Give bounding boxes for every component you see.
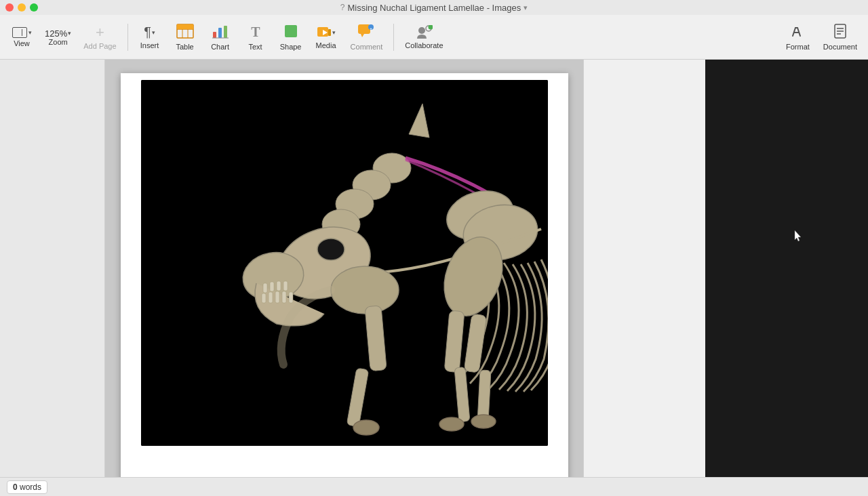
far-right-panel bbox=[705, 60, 868, 477]
add-page-label: Add Page bbox=[83, 43, 116, 50]
view-button[interactable]: ▾ View bbox=[5, 24, 38, 50]
svg-rect-39 bbox=[270, 282, 274, 291]
media-icon bbox=[317, 25, 332, 40]
shape-button[interactable]: Shape bbox=[275, 21, 307, 54]
page bbox=[121, 73, 568, 477]
insert-button[interactable]: ¶ ▾ Insert bbox=[134, 22, 166, 52]
table-button[interactable]: Table bbox=[169, 21, 201, 54]
format-label: Format bbox=[786, 43, 810, 51]
view-label: View bbox=[14, 40, 30, 47]
svg-rect-14 bbox=[358, 24, 370, 34]
document-area[interactable] bbox=[105, 60, 583, 477]
svg-rect-4 bbox=[177, 24, 193, 29]
cursor bbox=[793, 229, 802, 243]
table-label: Table bbox=[176, 43, 193, 51]
separator-2 bbox=[393, 24, 394, 51]
svg-text:+: + bbox=[370, 26, 373, 30]
svg-rect-35 bbox=[275, 291, 279, 303]
comment-button[interactable]: + Comment bbox=[345, 21, 389, 54]
svg-rect-13 bbox=[328, 29, 331, 36]
svg-point-49 bbox=[439, 417, 464, 431]
comment-icon: + bbox=[357, 24, 375, 39]
title-chevron: ▾ bbox=[524, 3, 528, 12]
svg-rect-40 bbox=[277, 281, 281, 291]
svg-rect-41 bbox=[283, 281, 288, 291]
zoom-label: Zoom bbox=[49, 39, 68, 46]
word-count-number: 0 bbox=[13, 482, 18, 492]
chart-label: Chart bbox=[211, 43, 229, 51]
right-toolbar-group: Format Document bbox=[781, 21, 863, 54]
text-icon: T bbox=[248, 24, 263, 39]
svg-rect-36 bbox=[282, 291, 286, 303]
svg-rect-48 bbox=[454, 367, 470, 422]
window-controls[interactable] bbox=[5, 3, 38, 12]
media-label: Media bbox=[316, 42, 336, 49]
svg-rect-38 bbox=[263, 283, 267, 293]
svg-point-18 bbox=[418, 27, 425, 34]
title-bar: ? Missing Nuchal Ligament Lamellae - Ima… bbox=[0, 0, 868, 15]
format-icon bbox=[790, 24, 805, 39]
media-button[interactable]: ▾ Media bbox=[310, 22, 342, 52]
collaborate-icon bbox=[415, 25, 433, 40]
format-button[interactable]: Format bbox=[781, 21, 815, 54]
document-button[interactable]: Document bbox=[818, 21, 863, 54]
sidebar-left bbox=[0, 60, 105, 477]
window-title: ? Missing Nuchal Ligament Lamellae - Ima… bbox=[340, 3, 528, 13]
minimize-button[interactable] bbox=[18, 3, 26, 12]
svg-point-20 bbox=[429, 25, 433, 30]
word-count-label: words bbox=[20, 482, 41, 492]
chart-icon bbox=[212, 24, 229, 39]
document-icon bbox=[833, 24, 848, 39]
svg-rect-37 bbox=[289, 292, 293, 303]
shape-label: Shape bbox=[280, 43, 302, 51]
svg-rect-34 bbox=[269, 292, 273, 303]
svg-point-42 bbox=[317, 239, 344, 260]
horse-image-container bbox=[141, 80, 548, 446]
maximize-button[interactable] bbox=[30, 3, 38, 12]
svg-text:T: T bbox=[251, 24, 260, 39]
shape-icon bbox=[283, 24, 298, 39]
svg-rect-55 bbox=[347, 368, 368, 427]
separator-1 bbox=[127, 24, 128, 51]
text-label: Text bbox=[248, 43, 262, 51]
unsaved-icon: ? bbox=[340, 3, 345, 12]
main-area bbox=[0, 60, 868, 477]
zoom-value: 125% bbox=[45, 28, 67, 39]
svg-rect-7 bbox=[224, 26, 227, 38]
insert-label: Insert bbox=[140, 42, 159, 49]
svg-rect-54 bbox=[365, 306, 387, 371]
svg-rect-33 bbox=[262, 293, 266, 303]
right-panel bbox=[583, 60, 705, 477]
word-count-badge: 0 words bbox=[7, 480, 47, 494]
comment-label: Comment bbox=[351, 43, 383, 51]
horse-skeleton-svg bbox=[141, 80, 548, 446]
svg-rect-51 bbox=[477, 370, 491, 421]
svg-rect-5 bbox=[213, 32, 216, 38]
svg-point-56 bbox=[353, 420, 379, 435]
svg-rect-6 bbox=[218, 28, 222, 38]
zoom-button[interactable]: 125% ▾ Zoom bbox=[41, 26, 75, 49]
svg-marker-43 bbox=[409, 104, 429, 138]
chart-button[interactable]: Chart bbox=[204, 21, 237, 54]
text-button[interactable]: T Text bbox=[239, 21, 272, 54]
status-bar: 0 words bbox=[0, 477, 868, 496]
collaborate-label: Collaborate bbox=[405, 42, 443, 49]
document-label: Document bbox=[823, 43, 857, 51]
svg-point-53 bbox=[331, 266, 399, 314]
add-page-button[interactable]: + Add Page bbox=[78, 21, 121, 53]
table-icon bbox=[176, 24, 194, 39]
svg-rect-47 bbox=[444, 310, 465, 373]
close-button[interactable] bbox=[5, 3, 14, 12]
svg-marker-15 bbox=[361, 34, 364, 37]
svg-point-52 bbox=[471, 415, 496, 428]
toolbar: ▾ View 125% ▾ Zoom + Add Page ¶ ▾ Insert bbox=[0, 15, 868, 60]
zoom-chevron: ▾ bbox=[68, 30, 71, 37]
svg-rect-10 bbox=[285, 25, 297, 37]
collaborate-button[interactable]: Collaborate bbox=[399, 22, 448, 52]
